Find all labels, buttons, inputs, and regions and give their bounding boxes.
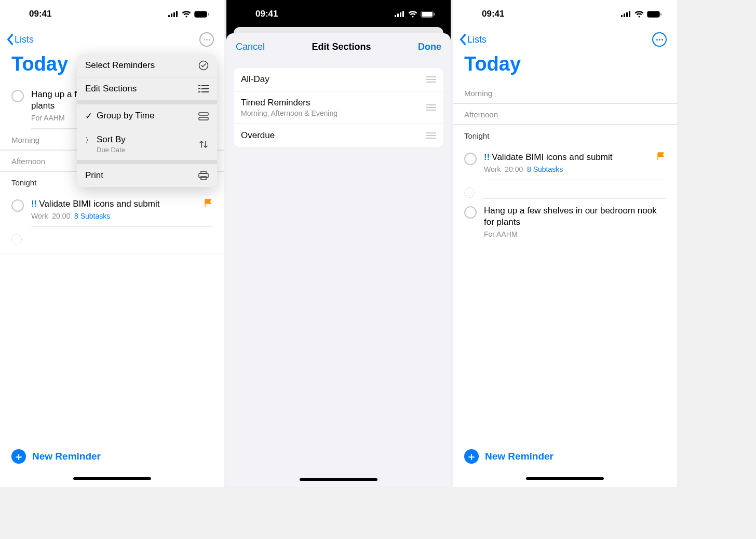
svg-rect-17 (199, 173, 208, 178)
menu-sort-by[interactable]: 〉 Sort By Due Date (77, 128, 217, 164)
battery-icon (194, 11, 209, 18)
bottom-bar: ＋ New Reminder (0, 439, 224, 487)
status-bar: 09:41 (0, 0, 224, 28)
section-header-afternoon: Afternoon (453, 103, 677, 125)
sections-list: All-Day Timed Reminders Morning, Afterno… (234, 68, 443, 147)
battery-icon (421, 11, 435, 18)
sort-by-subtitle: Due Date (97, 146, 126, 154)
reminder-meta: Work 20:00 8 Subtasks (31, 212, 213, 220)
section-cell-allday[interactable]: All-Day (234, 68, 443, 91)
chevron-right-icon: 〉 (85, 136, 92, 145)
home-indicator[interactable] (73, 477, 151, 480)
svg-rect-19 (395, 15, 396, 17)
menu-group-by-time[interactable]: ✓Group by Time (77, 104, 217, 128)
cellular-icon (168, 11, 179, 17)
drag-handle-icon[interactable] (426, 76, 436, 83)
add-circle-dotted-icon[interactable] (464, 187, 475, 198)
section-header-morning: Morning (453, 83, 677, 103)
status-indicators (621, 11, 662, 18)
svg-rect-24 (422, 12, 433, 17)
dot-icon (209, 39, 210, 41)
bottom-bar: ＋ New Reminder (453, 439, 677, 487)
drag-handle-icon[interactable] (426, 132, 436, 139)
wifi-icon (408, 11, 417, 18)
svg-rect-6 (208, 13, 209, 16)
new-reminder-button[interactable]: ＋ New Reminder (11, 449, 213, 464)
new-reminder-row[interactable] (0, 227, 224, 253)
svg-rect-22 (402, 11, 404, 17)
svg-rect-29 (629, 11, 630, 17)
menu-edit-sections[interactable]: Edit Sections (77, 77, 217, 104)
reminder-title-line2: plants (31, 101, 55, 111)
reminder-item[interactable]: !!Validate BIMI icons and submit Work 20… (0, 192, 224, 227)
dot-icon (656, 39, 658, 41)
reminder-title: Validate BIMI icons and submit (39, 199, 159, 209)
reminder-title: Hang up a few shelves in our bedroom noo… (484, 206, 657, 227)
checkbox-circle-icon[interactable] (11, 199, 24, 212)
dot-icon (659, 39, 660, 41)
cellular-icon (621, 11, 631, 17)
cellular-icon (395, 11, 405, 17)
back-button[interactable]: Lists (6, 34, 34, 45)
checkbox-circle-icon[interactable] (11, 90, 24, 102)
dot-icon (206, 39, 208, 41)
svg-rect-25 (434, 13, 435, 16)
list-sections-icon (198, 85, 209, 93)
edit-sections-sheet: Cancel Edit Sections Done All-Day Timed … (226, 33, 451, 487)
sort-arrows-icon (198, 140, 209, 149)
section-cell-timed[interactable]: Timed Reminders Morning, Afternoon & Eve… (234, 91, 443, 124)
svg-rect-2 (173, 12, 175, 18)
options-popover: Select Reminders Edit Sections ✓Group by… (77, 54, 217, 187)
menu-print[interactable]: Print (77, 164, 217, 187)
printer-icon (198, 171, 209, 180)
svg-rect-32 (660, 13, 662, 16)
svg-rect-1 (171, 14, 172, 17)
priority-marker: !! (31, 199, 37, 209)
flag-icon (204, 198, 213, 208)
rows-icon (198, 112, 209, 120)
priority-marker: !! (484, 152, 490, 162)
svg-rect-14 (199, 113, 208, 115)
back-label: Lists (15, 34, 34, 45)
drag-handle-icon[interactable] (426, 104, 436, 111)
home-indicator[interactable] (526, 477, 604, 480)
wifi-icon (634, 11, 644, 18)
screenshot-1: 09:41 Lists Today Hang up a fewplants Fo… (0, 0, 224, 487)
status-indicators (395, 11, 435, 18)
reminder-meta: For AAHM (484, 230, 666, 238)
page-title: Today (453, 49, 677, 83)
sheet-title: Edit Sections (312, 42, 371, 52)
done-button[interactable]: Done (418, 42, 441, 52)
svg-rect-3 (176, 11, 178, 17)
screenshot-3: 09:41 Lists Today Morning Afternoon Toni… (453, 0, 677, 487)
new-reminder-row[interactable] (453, 180, 677, 199)
home-indicator[interactable] (300, 478, 377, 481)
subtasks-link[interactable]: 8 Subtasks (527, 165, 563, 173)
new-reminder-button[interactable]: ＋ New Reminder (464, 449, 666, 464)
battery-icon (647, 11, 662, 18)
reminder-item[interactable]: !!Validate BIMI icons and submit Work 20… (453, 145, 677, 180)
plus-circle-icon: ＋ (11, 449, 26, 464)
svg-rect-28 (626, 12, 628, 18)
reminder-item[interactable]: Hang up a few shelves in our bedroom noo… (453, 199, 677, 245)
flag-icon (656, 152, 666, 161)
svg-rect-27 (624, 14, 625, 17)
menu-select-reminders[interactable]: Select Reminders (77, 54, 217, 77)
checkbox-circle-icon[interactable] (464, 153, 477, 165)
sheet-navbar: Cancel Edit Sections Done (226, 33, 451, 61)
back-label: Lists (467, 34, 487, 45)
subtasks-link[interactable]: 8 Subtasks (74, 212, 110, 220)
svg-rect-0 (168, 15, 170, 17)
more-button[interactable] (652, 32, 667, 47)
navbar: Lists (0, 28, 224, 49)
section-cell-overdue[interactable]: Overdue (234, 124, 443, 147)
more-button[interactable] (199, 32, 214, 47)
svg-rect-5 (195, 12, 206, 17)
status-time: 09:41 (255, 9, 278, 19)
back-button[interactable]: Lists (459, 34, 487, 45)
status-bar: 09:41 (453, 0, 677, 28)
cancel-button[interactable]: Cancel (236, 42, 265, 52)
checkmark-icon: ✓ (85, 111, 92, 122)
checkbox-circle-icon[interactable] (464, 206, 477, 219)
add-circle-dotted-icon[interactable] (11, 234, 22, 245)
